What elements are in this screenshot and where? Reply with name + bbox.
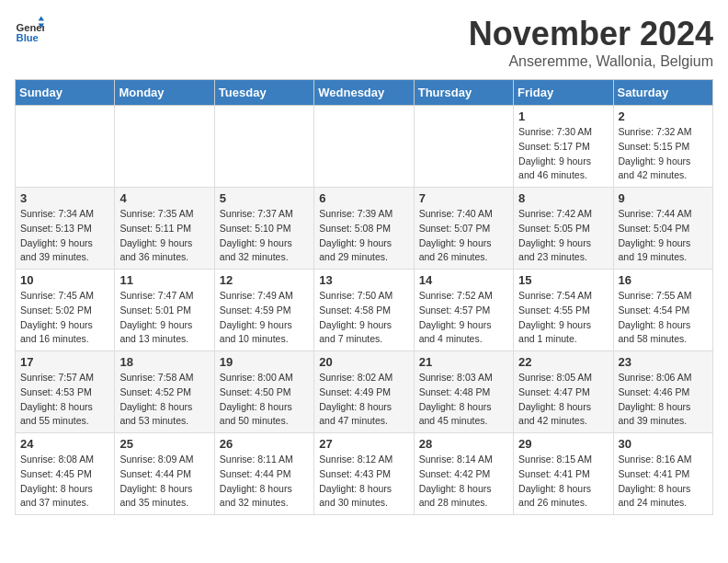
calendar-cell: 8Sunrise: 7:42 AMSunset: 5:05 PMDaylight… (514, 188, 613, 270)
calendar-cell: 23Sunrise: 8:06 AMSunset: 4:46 PMDayligh… (613, 351, 712, 433)
calendar-cell: 1Sunrise: 7:30 AMSunset: 5:17 PMDaylight… (514, 106, 613, 188)
day-number: 11 (119, 273, 209, 287)
day-number: 15 (518, 273, 608, 287)
day-info: Sunrise: 7:57 AMSunset: 4:53 PMDaylight:… (20, 371, 109, 429)
calendar-cell: 18Sunrise: 7:58 AMSunset: 4:52 PMDayligh… (115, 351, 214, 433)
calendar-cell: 11Sunrise: 7:47 AMSunset: 5:01 PMDayligh… (115, 270, 214, 351)
header-monday: Monday (115, 80, 214, 106)
calendar-cell: 20Sunrise: 8:02 AMSunset: 4:49 PMDayligh… (314, 351, 414, 433)
day-info: Sunrise: 7:39 AMSunset: 5:08 PMDaylight:… (319, 207, 408, 265)
day-number: 21 (419, 355, 508, 369)
day-info: Sunrise: 7:58 AMSunset: 4:52 PMDaylight:… (119, 371, 209, 429)
day-number: 9 (619, 191, 708, 205)
title-area: November 2024 Anseremme, Wallonia, Belgi… (469, 15, 713, 70)
calendar-cell: 24Sunrise: 8:08 AMSunset: 4:45 PMDayligh… (16, 433, 115, 515)
day-info: Sunrise: 7:42 AMSunset: 5:05 PMDaylight:… (518, 207, 608, 265)
day-info: Sunrise: 7:32 AMSunset: 5:15 PMDaylight:… (619, 125, 708, 183)
calendar-cell (214, 106, 313, 188)
logo-icon: General Blue (15, 15, 44, 44)
day-number: 27 (319, 437, 408, 451)
calendar-cell: 17Sunrise: 7:57 AMSunset: 4:53 PMDayligh… (16, 351, 115, 433)
calendar-cell: 27Sunrise: 8:12 AMSunset: 4:43 PMDayligh… (314, 433, 414, 515)
day-number: 14 (419, 273, 508, 287)
page-header: General Blue November 2024 Anseremme, Wa… (15, 15, 713, 70)
calendar-cell: 14Sunrise: 7:52 AMSunset: 4:57 PMDayligh… (414, 270, 513, 351)
location-title: Anseremme, Wallonia, Belgium (469, 53, 713, 70)
day-number: 8 (518, 191, 608, 205)
day-info: Sunrise: 8:00 AMSunset: 4:50 PMDaylight:… (220, 371, 309, 429)
day-number: 24 (20, 437, 109, 451)
calendar-cell: 15Sunrise: 7:54 AMSunset: 4:55 PMDayligh… (514, 270, 613, 351)
day-number: 18 (119, 355, 209, 369)
header-sunday: Sunday (16, 80, 115, 106)
day-number: 4 (119, 191, 209, 205)
week-row-4: 17Sunrise: 7:57 AMSunset: 4:53 PMDayligh… (16, 351, 713, 433)
day-number: 29 (518, 437, 608, 451)
day-info: Sunrise: 8:16 AMSunset: 4:41 PMDaylight:… (619, 453, 708, 511)
day-number: 30 (619, 437, 708, 451)
header-wednesday: Wednesday (314, 80, 414, 106)
calendar-table: SundayMondayTuesdayWednesdayThursdayFrid… (15, 79, 713, 515)
day-number: 22 (518, 355, 608, 369)
day-info: Sunrise: 7:30 AMSunset: 5:17 PMDaylight:… (518, 125, 608, 183)
day-info: Sunrise: 7:47 AMSunset: 5:01 PMDaylight:… (119, 289, 209, 347)
calendar-cell: 28Sunrise: 8:14 AMSunset: 4:42 PMDayligh… (414, 433, 513, 515)
day-info: Sunrise: 8:14 AMSunset: 4:42 PMDaylight:… (419, 453, 508, 511)
header-tuesday: Tuesday (214, 80, 313, 106)
week-row-1: 1Sunrise: 7:30 AMSunset: 5:17 PMDaylight… (16, 106, 713, 188)
day-number: 12 (220, 273, 309, 287)
calendar-cell: 4Sunrise: 7:35 AMSunset: 5:11 PMDaylight… (115, 188, 214, 270)
day-info: Sunrise: 7:44 AMSunset: 5:04 PMDaylight:… (619, 207, 708, 265)
day-number: 17 (20, 355, 109, 369)
day-number: 7 (419, 191, 508, 205)
calendar-cell: 30Sunrise: 8:16 AMSunset: 4:41 PMDayligh… (613, 433, 712, 515)
calendar-cell: 3Sunrise: 7:34 AMSunset: 5:13 PMDaylight… (16, 188, 115, 270)
header-friday: Friday (514, 80, 613, 106)
day-info: Sunrise: 7:52 AMSunset: 4:57 PMDaylight:… (419, 289, 508, 347)
week-row-5: 24Sunrise: 8:08 AMSunset: 4:45 PMDayligh… (16, 433, 713, 515)
month-title: November 2024 (469, 15, 713, 53)
day-info: Sunrise: 7:34 AMSunset: 5:13 PMDaylight:… (20, 207, 109, 265)
day-number: 26 (220, 437, 309, 451)
calendar-cell: 9Sunrise: 7:44 AMSunset: 5:04 PMDaylight… (613, 188, 712, 270)
calendar-cell: 10Sunrise: 7:45 AMSunset: 5:02 PMDayligh… (16, 270, 115, 351)
day-number: 19 (220, 355, 309, 369)
calendar-cell: 16Sunrise: 7:55 AMSunset: 4:54 PMDayligh… (613, 270, 712, 351)
day-info: Sunrise: 8:09 AMSunset: 4:44 PMDaylight:… (119, 453, 209, 511)
day-info: Sunrise: 7:50 AMSunset: 4:58 PMDaylight:… (319, 289, 408, 347)
day-info: Sunrise: 7:37 AMSunset: 5:10 PMDaylight:… (220, 207, 309, 265)
day-number: 20 (319, 355, 408, 369)
day-info: Sunrise: 8:03 AMSunset: 4:48 PMDaylight:… (419, 371, 508, 429)
day-number: 28 (419, 437, 508, 451)
logo: General Blue (15, 15, 44, 44)
day-number: 2 (619, 109, 708, 123)
calendar-cell: 21Sunrise: 8:03 AMSunset: 4:48 PMDayligh… (414, 351, 513, 433)
calendar-cell: 13Sunrise: 7:50 AMSunset: 4:58 PMDayligh… (314, 270, 414, 351)
calendar-cell (414, 106, 513, 188)
header-thursday: Thursday (414, 80, 513, 106)
calendar-cell: 5Sunrise: 7:37 AMSunset: 5:10 PMDaylight… (214, 188, 313, 270)
day-number: 10 (20, 273, 109, 287)
calendar-cell (16, 106, 115, 188)
calendar-cell: 7Sunrise: 7:40 AMSunset: 5:07 PMDaylight… (414, 188, 513, 270)
calendar-cell: 22Sunrise: 8:05 AMSunset: 4:47 PMDayligh… (514, 351, 613, 433)
day-number: 16 (619, 273, 708, 287)
day-number: 1 (518, 109, 608, 123)
day-info: Sunrise: 8:08 AMSunset: 4:45 PMDaylight:… (20, 453, 109, 511)
svg-text:Blue: Blue (17, 32, 39, 43)
day-info: Sunrise: 8:02 AMSunset: 4:49 PMDaylight:… (319, 371, 408, 429)
day-info: Sunrise: 8:12 AMSunset: 4:43 PMDaylight:… (319, 453, 408, 511)
header-saturday: Saturday (613, 80, 712, 106)
day-info: Sunrise: 7:45 AMSunset: 5:02 PMDaylight:… (20, 289, 109, 347)
calendar-cell (314, 106, 414, 188)
day-info: Sunrise: 7:35 AMSunset: 5:11 PMDaylight:… (119, 207, 209, 265)
day-info: Sunrise: 7:54 AMSunset: 4:55 PMDaylight:… (518, 289, 608, 347)
day-number: 13 (319, 273, 408, 287)
calendar-cell: 25Sunrise: 8:09 AMSunset: 4:44 PMDayligh… (115, 433, 214, 515)
svg-text:General: General (17, 22, 44, 33)
calendar-cell: 12Sunrise: 7:49 AMSunset: 4:59 PMDayligh… (214, 270, 313, 351)
day-info: Sunrise: 8:11 AMSunset: 4:44 PMDaylight:… (220, 453, 309, 511)
calendar-cell: 19Sunrise: 8:00 AMSunset: 4:50 PMDayligh… (214, 351, 313, 433)
day-number: 23 (619, 355, 708, 369)
day-info: Sunrise: 7:55 AMSunset: 4:54 PMDaylight:… (619, 289, 708, 347)
